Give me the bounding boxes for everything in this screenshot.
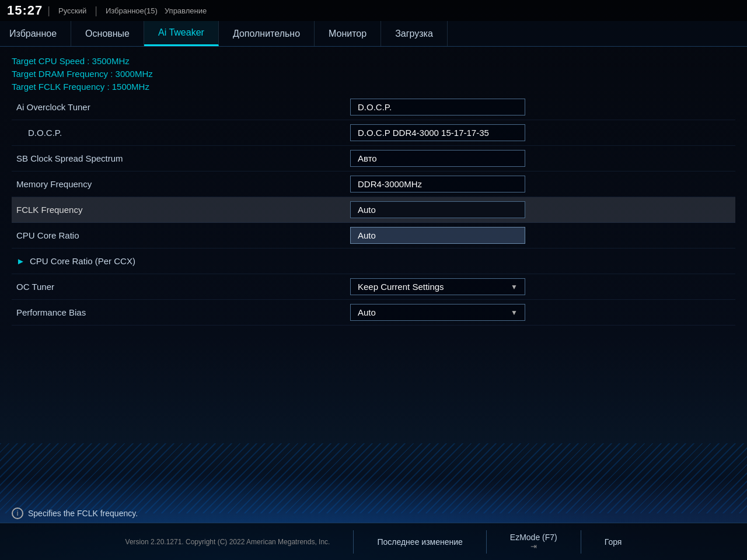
footer-hotkey: Горя bbox=[605, 537, 622, 547]
help-text-area: i Specifies the FCLK frequency. bbox=[12, 508, 138, 519]
setting-value-sb-clock: Авто bbox=[350, 150, 735, 167]
value-box-fclk[interactable]: Auto bbox=[350, 201, 525, 218]
divider-2: | bbox=[95, 5, 97, 17]
setting-ai-overclock-tuner[interactable]: Ai Overclock Tuner D.O.C.P. bbox=[12, 94, 735, 120]
nav-item-ai-tweaker[interactable]: Ai Tweaker bbox=[144, 21, 219, 46]
footer-divider-2 bbox=[486, 530, 487, 554]
setting-memory-frequency[interactable]: Memory Frequency DDR4-3000MHz bbox=[12, 172, 735, 197]
setting-value-docp: D.O.C.P DDR4-3000 15-17-17-35 bbox=[350, 124, 735, 141]
value-box-cpu-core-ratio[interactable]: Auto bbox=[350, 227, 525, 244]
divider-1: | bbox=[47, 5, 50, 17]
help-icon: i bbox=[12, 508, 23, 519]
value-box-oc-tuner[interactable]: Keep Current Settings ▼ bbox=[350, 278, 525, 295]
shortcuts-label: Управление bbox=[165, 6, 207, 15]
target-fclk-freq: Target FCLK Frequency : 1500MHz bbox=[12, 82, 735, 92]
footer-divider-3 bbox=[581, 530, 581, 554]
value-box-memory-frequency[interactable]: DDR4-3000MHz bbox=[350, 176, 525, 192]
setting-fclk[interactable]: FCLK Frequency Auto bbox=[12, 197, 735, 223]
setting-cpu-core-ratio-per-ccx[interactable]: ► CPU Core Ratio (Per CCX) bbox=[12, 249, 735, 274]
ezmode-arrow-icon: ⇥ bbox=[530, 542, 537, 551]
clock-display: 15:27 bbox=[7, 3, 43, 18]
setting-label-cpu-core-ratio: CPU Core Ratio bbox=[12, 226, 350, 245]
help-text-content: Specifies the FCLK frequency. bbox=[28, 509, 138, 518]
expand-arrow-icon: ► bbox=[16, 256, 27, 266]
setting-value-ai-overclock-tuner: D.O.C.P. bbox=[350, 99, 735, 116]
dropdown-arrow-icon-2: ▼ bbox=[511, 309, 518, 317]
setting-value-fclk: Auto bbox=[350, 201, 735, 218]
setting-label-fclk: FCLK Frequency bbox=[12, 200, 350, 219]
nav-item-boot[interactable]: Загрузка bbox=[381, 21, 448, 46]
navigation-bar: Избранное Основные Ai Tweaker Дополнител… bbox=[0, 21, 747, 47]
target-dram-freq: Target DRAM Frequency : 3000MHz bbox=[12, 69, 735, 79]
main-content: 15:27 | Русский | Избранное(15) Управлен… bbox=[0, 0, 747, 490]
footer-divider-1 bbox=[353, 530, 354, 554]
setting-label-docp: D.O.C.P. bbox=[12, 123, 350, 142]
value-box-sb-clock[interactable]: Авто bbox=[350, 150, 525, 167]
status-bar: i Specifies the FCLK frequency. Version … bbox=[0, 490, 747, 560]
value-box-ai-overclock-tuner[interactable]: D.O.C.P. bbox=[350, 99, 525, 116]
setting-value-oc-tuner: Keep Current Settings ▼ bbox=[350, 278, 735, 295]
setting-label-cpu-core-ratio-per-ccx: ► CPU Core Ratio (Per CCX) bbox=[12, 251, 350, 271]
setting-label-oc-tuner: OC Tuner bbox=[12, 277, 350, 296]
language-indicator: Русский bbox=[58, 6, 86, 15]
setting-value-cpu-core-ratio: Auto bbox=[350, 227, 735, 244]
content-area: Target CPU Speed : 3500MHz Target DRAM F… bbox=[0, 47, 747, 335]
dropdown-arrow-icon: ▼ bbox=[511, 283, 518, 291]
setting-label-sb-clock: SB Clock Spread Spectrum bbox=[12, 149, 350, 168]
setting-oc-tuner[interactable]: OC Tuner Keep Current Settings ▼ bbox=[12, 274, 735, 300]
value-box-performance-bias[interactable]: Auto ▼ bbox=[350, 304, 525, 321]
setting-value-performance-bias: Auto ▼ bbox=[350, 304, 735, 321]
top-bar: 15:27 | Русский | Избранное(15) Управлен… bbox=[0, 0, 747, 21]
footer-last-change: Последнее изменение bbox=[377, 537, 462, 547]
target-cpu-speed: Target CPU Speed : 3500MHz bbox=[12, 56, 735, 66]
footer-bar: Version 2.20.1271. Copyright (C) 2022 Am… bbox=[0, 523, 747, 560]
nav-item-advanced[interactable]: Дополнительно bbox=[219, 21, 315, 46]
footer-ezmode[interactable]: EzMode (F7) ⇥ bbox=[510, 533, 557, 551]
setting-sb-clock[interactable]: SB Clock Spread Spectrum Авто bbox=[12, 146, 735, 172]
setting-value-memory-frequency: DDR4-3000MHz bbox=[350, 176, 735, 192]
value-box-docp[interactable]: D.O.C.P DDR4-3000 15-17-17-35 bbox=[350, 124, 525, 141]
favorites-count: Избранное(15) bbox=[106, 6, 158, 15]
setting-label-performance-bias: Performance Bias bbox=[12, 303, 350, 322]
nav-item-favorites[interactable]: Избранное bbox=[0, 21, 71, 46]
setting-performance-bias[interactable]: Performance Bias Auto ▼ bbox=[12, 300, 735, 326]
setting-label-ai-overclock-tuner: Ai Overclock Tuner bbox=[12, 97, 350, 117]
setting-label-memory-frequency: Memory Frequency bbox=[12, 174, 350, 194]
nav-item-main[interactable]: Основные bbox=[71, 21, 144, 46]
setting-docp[interactable]: D.O.C.P. D.O.C.P DDR4-3000 15-17-17-35 bbox=[12, 120, 735, 146]
footer-version: Version 2.20.1271. Copyright (C) 2022 Am… bbox=[125, 538, 330, 546]
setting-cpu-core-ratio[interactable]: CPU Core Ratio Auto bbox=[12, 223, 735, 249]
nav-item-monitor[interactable]: Монитор bbox=[315, 21, 381, 46]
